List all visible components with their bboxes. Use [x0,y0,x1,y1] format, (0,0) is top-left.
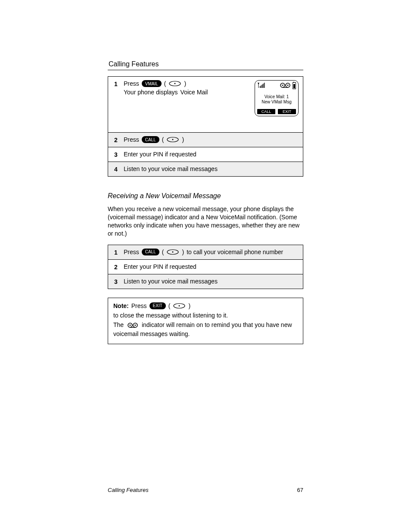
step-result-pre: Your phone displays [124,89,178,96]
paren-open: ( [164,80,166,87]
section-header: Calling Features [108,60,303,70]
lcd-screen: Voice Mail: 1 New VMail Msg CALL EXIT [255,80,299,116]
step-result-main: Voice Mail [181,89,208,96]
step-text: Enter your PIN if requested [124,263,299,270]
softkey-icon [168,81,181,87]
battery-icon [293,82,296,89]
note-tail2-mid: indicator will remain on to remind you t… [142,321,279,328]
body-text: When you receive a new voicemail message… [108,205,303,238]
svg-rect-5 [262,84,263,88]
softkey-icon [173,303,186,309]
softkey-pill: EXIT [149,302,166,309]
step-text: Press [124,249,139,255]
signal-icon [257,82,266,90]
paren-open: ( [162,136,164,143]
softkey-pill: CALL [142,249,159,255]
step-row: 2 Enter your PIN if requested [108,260,303,274]
svg-rect-3 [260,86,261,88]
step-text: Listen to your voice mail messages [124,165,299,172]
step-number: 2 [114,136,124,143]
note-tail1: to close the message without listening t… [113,312,228,319]
paren-open: ( [168,302,171,309]
step-row: 4 Listen to your voice mail messages [108,162,303,176]
lcd-softkey-left: CALL [257,109,275,114]
softkey-icon [166,137,179,143]
page-footer: Calling Features 67 [108,487,303,493]
svg-point-1 [174,83,176,84]
svg-rect-6 [263,84,264,88]
step-number: 4 [114,165,124,173]
step-row: 2 Press CALL ( ) [108,133,303,147]
step-text: Press [124,80,139,87]
svg-point-11 [172,139,174,140]
svg-rect-4 [261,85,262,88]
step-row: 1 Press VMAIL ( ) Your phone displays Vo… [108,77,303,133]
paren-close: ) [182,136,184,143]
steps-box-listen: 1 Press VMAIL ( ) Your phone displays Vo… [108,76,303,177]
paren-open: ( [162,249,164,255]
voicemail-icon [279,82,291,90]
step-row: 1 Press CALL ( ) to call your voicemail … [108,245,303,260]
step-number: 2 [114,263,124,271]
paren-close: ) [182,249,184,255]
softkey-pill: CALL [142,136,159,143]
subsection-title: Receiving a New Voicemail Message [108,192,303,200]
note-box: Note: Press EXIT ( ) to close the messag… [108,298,303,344]
step-text: Enter your PIN if requested [124,151,299,158]
note-label: Note: [113,302,129,309]
step-rest: to call your voicemail phone number [187,249,283,255]
softkey-icon [166,249,179,255]
footer-title: Calling Features [108,487,149,493]
steps-box-receive: 1 Press CALL ( ) to call your voicemail … [108,245,303,289]
step-number: 1 [114,249,124,256]
step-row: 3 Enter your PIN if requested [108,147,303,162]
svg-point-15 [179,305,180,306]
voicemail-icon [125,321,142,328]
step-number: 1 [114,80,124,87]
lcd-softkey-right: EXIT [278,109,296,114]
lcd-line2: New VMail Msg [257,100,296,105]
note-tail2-pre: The [113,321,125,328]
step-row: 3 Listen to your voice mail messages [108,274,303,289]
step-text: Press [124,136,139,143]
svg-point-13 [172,251,174,252]
step-number: 3 [114,151,124,158]
lcd-line1: Voice Mail: 1 [257,94,296,100]
step-text: Listen to your voice mail messages [124,278,299,285]
softkey-pill: VMAIL [142,80,162,87]
step-number: 3 [114,278,124,285]
svg-rect-7 [264,83,265,88]
paren-close: ) [188,302,190,309]
paren-close: ) [184,80,186,87]
note-press: Press [131,302,147,309]
page-number: 67 [297,487,303,493]
